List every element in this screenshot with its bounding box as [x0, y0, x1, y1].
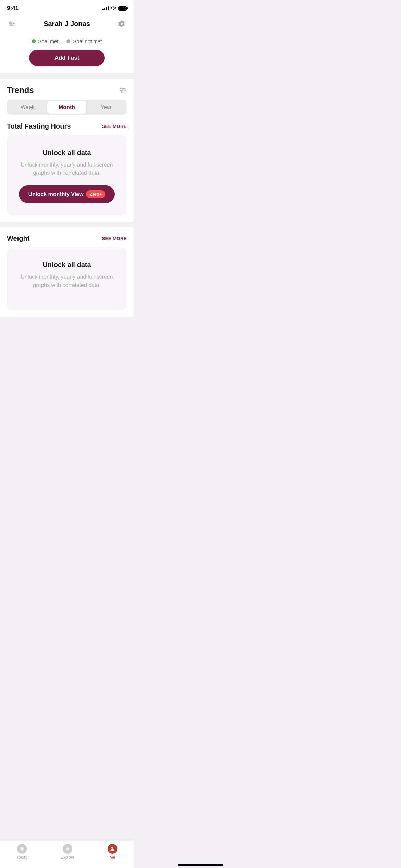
legend-goal-not-met: Goal not met — [66, 38, 102, 44]
fasting-hours-unlock-card: Unlock all data Unlock monthly, yearly a… — [7, 135, 127, 215]
section-separator — [0, 74, 134, 79]
status-bar: 9:41 — [0, 0, 134, 14]
fasting-hours-title: Total Fasting Hours — [7, 122, 71, 130]
settings-icon[interactable] — [117, 19, 127, 29]
trends-header: Trends — [7, 85, 127, 95]
battery-icon — [118, 6, 127, 11]
svg-point-3 — [10, 22, 11, 23]
goal-not-met-dot — [66, 39, 70, 43]
goal-met-dot — [32, 39, 36, 43]
add-fast-button[interactable]: Add Fast — [29, 50, 105, 66]
svg-point-11 — [121, 91, 122, 93]
tab-year[interactable]: Year — [86, 101, 126, 114]
svg-point-9 — [120, 88, 122, 89]
weight-unlock-title: Unlock all data — [15, 261, 119, 269]
svg-rect-8 — [120, 92, 126, 92]
fasting-hours-unlock-button[interactable]: Unlock monthly View Zero+ — [19, 185, 115, 203]
wifi-icon — [111, 6, 116, 11]
legend-goal-met: Goal met — [32, 38, 59, 44]
app-header: Sarah J Jonas — [0, 14, 134, 33]
fasting-hours-unlock-desc: Unlock monthly, yearly and full-screen g… — [15, 161, 119, 177]
tab-month[interactable]: Month — [47, 101, 87, 114]
fasting-hours-section: Total Fasting Hours SEE MORE Unlock all … — [0, 115, 134, 222]
weight-separator — [0, 222, 134, 227]
filter-icon[interactable] — [7, 19, 17, 29]
svg-point-4 — [12, 23, 13, 24]
status-icons — [102, 6, 127, 11]
top-card: Goal met Goal not met Add Fast — [0, 33, 134, 73]
fasting-hours-unlock-badge: Zero+ — [86, 190, 105, 198]
fasting-hours-see-more[interactable]: SEE MORE — [102, 124, 127, 129]
weight-header: Weight SEE MORE — [7, 234, 127, 242]
weight-see-more[interactable]: SEE MORE — [102, 236, 127, 241]
weight-unlock-card: Unlock all data Unlock monthly, yearly a… — [7, 247, 127, 310]
trends-filter-icon[interactable] — [119, 86, 127, 94]
legend: Goal met Goal not met — [7, 38, 127, 44]
weight-section: Weight SEE MORE Unlock all data Unlock m… — [0, 227, 134, 317]
period-tab-bar: Week Month Year — [7, 100, 127, 115]
tab-week[interactable]: Week — [8, 101, 47, 114]
goal-not-met-label: Goal not met — [72, 38, 102, 44]
trends-title: Trends — [7, 85, 34, 95]
page-title: Sarah J Jonas — [44, 20, 90, 28]
fasting-hours-unlock-button-text: Unlock monthly View — [28, 191, 84, 197]
svg-point-10 — [123, 89, 124, 91]
svg-point-5 — [10, 25, 12, 26]
weight-title: Weight — [7, 234, 29, 242]
svg-rect-2 — [9, 25, 15, 26]
fasting-hours-header: Total Fasting Hours SEE MORE — [7, 122, 127, 130]
goal-met-label: Goal met — [38, 38, 59, 44]
signal-icon — [102, 6, 109, 10]
fasting-hours-unlock-title: Unlock all data — [15, 149, 119, 157]
weight-unlock-desc: Unlock monthly, yearly and full-screen g… — [15, 273, 119, 289]
trends-section: Trends Week Month Year — [0, 79, 134, 115]
status-time: 9:41 — [7, 5, 19, 12]
